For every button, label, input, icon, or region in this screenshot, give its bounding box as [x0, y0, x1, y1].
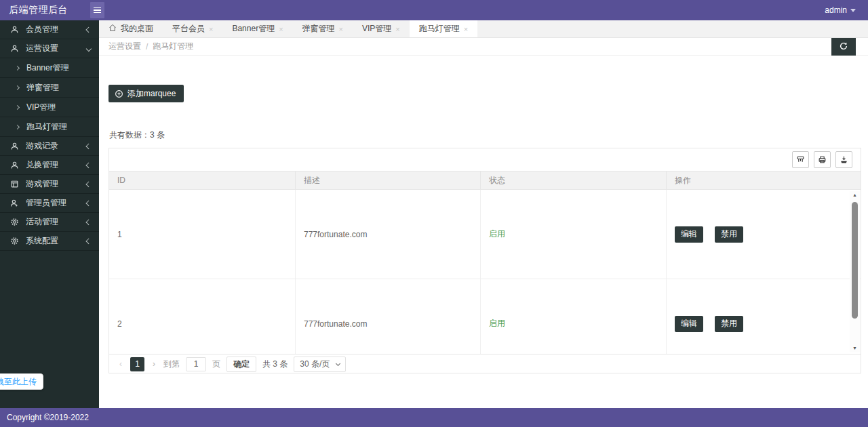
disable-button[interactable]: 禁用	[715, 316, 743, 332]
goto-page-input[interactable]	[186, 357, 206, 371]
breadcrumb-section[interactable]: 运营设置	[108, 41, 141, 52]
chevron-left-icon	[86, 26, 92, 32]
disable-button[interactable]: 禁用	[715, 226, 743, 243]
cell-id: 1	[109, 190, 296, 279]
total-count-text: 共有数据：3 条	[109, 129, 165, 141]
sidebar-subitem-popup-mgmt[interactable]: 弹窗管理	[0, 78, 99, 98]
home-icon	[108, 24, 117, 34]
chevron-left-icon	[86, 219, 92, 224]
tab-platform-members[interactable]: 平台会员 ×	[163, 20, 222, 37]
admin-user-icon	[9, 199, 20, 207]
gear-icon	[9, 237, 20, 245]
plus-circle-icon	[115, 89, 123, 98]
chevron-right-icon	[15, 124, 20, 129]
tab-vip-mgmt[interactable]: VIP管理 ×	[353, 20, 410, 37]
window-icon	[9, 180, 20, 188]
pagination-bar: ‹ 1 › 到第 页 确定 共 3 条 30 条/页	[109, 354, 861, 373]
marquee-table-card: ID 描述 状态 操作 1 777fortunate.com 启用 编辑 禁用 …	[108, 148, 861, 373]
prev-page-button[interactable]: ‹	[117, 359, 124, 369]
chevron-down-icon	[86, 45, 92, 51]
table-toolbar	[109, 148, 861, 171]
table-header-row: ID 描述 状态 操作	[109, 171, 861, 190]
sidebar-item-operation-settings[interactable]: 运营设置	[0, 39, 99, 58]
app-title: 后端管理后台	[0, 4, 90, 16]
scrollbar-thumb[interactable]	[852, 202, 858, 319]
status-badge: 启用	[481, 279, 667, 354]
sidebar-nav: 会员管理 运营设置 Banner管理 弹窗管理 VIP管理 跑马灯管理 游戏记录…	[0, 20, 99, 408]
table-body: 1 777fortunate.com 启用 编辑 禁用 2 777fortuna…	[109, 190, 861, 354]
total-records-label: 共 3 条	[262, 359, 288, 370]
user-icon	[9, 25, 20, 34]
chevron-right-icon	[15, 65, 20, 70]
close-icon[interactable]: ×	[339, 25, 343, 33]
sidebar-subitem-marquee-mgmt[interactable]: 跑马灯管理	[0, 117, 99, 137]
edit-button[interactable]: 编辑	[675, 316, 703, 332]
cell-desc: 777fortunate.com	[296, 279, 481, 354]
status-badge: 启用	[481, 190, 667, 279]
tab-bar: 我的桌面 平台会员 × Banner管理 × 弹窗管理 × VIP管理 × 跑马…	[99, 20, 868, 38]
columns-icon[interactable]	[792, 151, 809, 168]
confirm-page-button[interactable]: 确定	[226, 357, 256, 372]
page-unit-label: 页	[212, 359, 220, 370]
sidebar-item-admin-mgmt[interactable]: 管理员管理	[0, 194, 99, 213]
column-header-id[interactable]: ID	[109, 171, 296, 189]
refresh-icon	[839, 41, 848, 53]
user-icon	[9, 142, 20, 150]
hamburger-icon	[94, 7, 101, 9]
tab-popup-mgmt[interactable]: 弹窗管理 ×	[293, 20, 353, 37]
column-header-status[interactable]: 状态	[481, 171, 667, 189]
user-icon	[9, 44, 20, 53]
sidebar-toggle-button[interactable]	[90, 2, 104, 18]
scroll-down-arrow-icon[interactable]: ▼	[850, 344, 860, 352]
chevron-left-icon	[86, 238, 92, 243]
sidebar-item-game-mgmt[interactable]: 游戏管理	[0, 175, 99, 194]
gear-icon	[9, 218, 20, 226]
cell-desc: 777fortunate.com	[296, 190, 481, 279]
close-icon[interactable]: ×	[209, 25, 213, 33]
sidebar-item-system-config[interactable]: 系统配置	[0, 232, 99, 251]
current-page-button[interactable]: 1	[130, 357, 144, 371]
column-header-desc[interactable]: 描述	[296, 171, 481, 189]
print-icon[interactable]	[814, 151, 831, 168]
breadcrumb-page: 跑马灯管理	[153, 41, 193, 52]
user-icon	[9, 161, 20, 169]
drag-upload-hint-button[interactable]: 拽至此上传	[0, 373, 43, 390]
table-row: 1 777fortunate.com 启用 编辑 禁用	[109, 190, 861, 279]
export-icon[interactable]	[835, 151, 852, 168]
column-header-actions[interactable]: 操作	[667, 171, 861, 189]
tab-banner-mgmt[interactable]: Banner管理 ×	[222, 20, 292, 37]
chevron-down-icon	[336, 361, 340, 365]
edit-button[interactable]: 编辑	[675, 226, 703, 243]
table-vertical-scrollbar[interactable]: ▲ ▼	[850, 191, 860, 352]
user-dropdown[interactable]: admin	[825, 5, 856, 15]
sidebar-item-member-mgmt[interactable]: 会员管理	[0, 20, 99, 39]
sidebar-item-activity-mgmt[interactable]: 活动管理	[0, 213, 99, 232]
page-size-select[interactable]: 30 条/页	[294, 357, 346, 372]
main-area: 我的桌面 平台会员 × Banner管理 × 弹窗管理 × VIP管理 × 跑马…	[99, 20, 868, 408]
breadcrumb-separator: /	[146, 42, 148, 52]
close-icon[interactable]: ×	[464, 25, 468, 33]
refresh-button[interactable]	[831, 38, 856, 56]
sidebar-item-game-records[interactable]: 游戏记录	[0, 137, 99, 156]
scroll-up-arrow-icon[interactable]: ▲	[850, 191, 860, 199]
username: admin	[825, 5, 847, 15]
next-page-button[interactable]: ›	[151, 359, 157, 369]
sidebar-subitem-vip-mgmt[interactable]: VIP管理	[0, 98, 99, 117]
goto-page-label: 到第	[163, 359, 180, 370]
chevron-right-icon	[15, 85, 20, 89]
chevron-right-icon	[15, 104, 20, 109]
tab-my-desktop[interactable]: 我的桌面	[99, 20, 163, 37]
copyright-text: Copyright ©2019-2022	[7, 413, 89, 422]
close-icon[interactable]: ×	[279, 25, 283, 33]
chevron-left-icon	[86, 200, 92, 205]
sidebar-subitem-banner-mgmt[interactable]: Banner管理	[0, 58, 99, 78]
add-marquee-button[interactable]: 添加marquee	[108, 85, 184, 102]
breadcrumb-bar: 运营设置 / 跑马灯管理	[99, 38, 868, 56]
tab-marquee-mgmt[interactable]: 跑马灯管理 ×	[410, 20, 477, 37]
close-icon[interactable]: ×	[395, 25, 399, 33]
cell-id: 2	[109, 279, 296, 354]
chevron-left-icon	[86, 143, 92, 148]
sidebar-item-exchange-mgmt[interactable]: 兑换管理	[0, 156, 99, 175]
top-header-bar: 后端管理后台 admin	[0, 0, 868, 20]
page-content: 添加marquee 共有数据：3 条 ID 描述 状态 操作	[99, 56, 868, 408]
